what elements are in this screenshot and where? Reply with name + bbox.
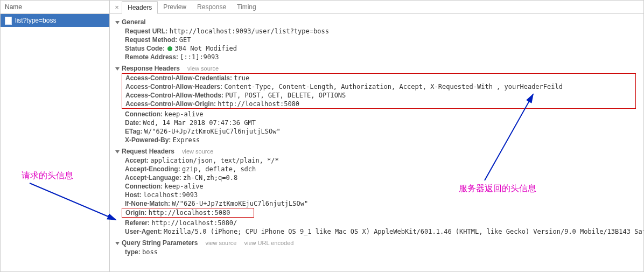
request-method-value: GET: [179, 36, 191, 44]
ac-allow-origin-value: http://localhost:5080: [218, 100, 299, 108]
triangle-down-icon: [115, 150, 120, 154]
req-origin-value: http://localhost:5080: [149, 209, 230, 217]
document-icon: [5, 17, 12, 25]
resp-connection-value: keep-alive: [164, 110, 203, 118]
request-url-label: Request URL:: [125, 27, 167, 35]
annotation-request-headers: 请求的头信息: [22, 170, 73, 182]
view-url-encoded-link[interactable]: view URL encoded: [244, 240, 293, 246]
ac-allow-credentials-label: Access-Control-Allow-Credentials:: [125, 74, 232, 82]
requests-list-pane: Name list?type=boss: [1, 1, 110, 271]
details-pane: × Headers Preview Response Timing Genera…: [110, 1, 643, 271]
req-host-label: Host:: [125, 191, 142, 199]
req-useragent-value: Mozilla/5.0 (iPhone; CPU iPhone OS 9_1 l…: [164, 228, 643, 235]
request-headers-title: Request Headers: [122, 148, 174, 155]
req-referer-value: http://localhost:5080/: [151, 219, 237, 227]
req-accept-language-label: Accept-Language:: [125, 174, 181, 182]
req-accept-encoding-value: gzip, deflate, sdch: [182, 165, 256, 173]
req-ifnonematch-value: W/"626-U+Jp7ztKmoKEjuC7l6njutjLSOw": [172, 200, 308, 207]
tab-headers[interactable]: Headers: [122, 1, 158, 14]
req-ifnonematch-label: If-None-Match:: [125, 200, 170, 207]
req-origin-label: Origin:: [125, 209, 146, 217]
ac-allow-methods-value: PUT, POST, GET, DELETE, OPTIONS: [225, 92, 346, 99]
response-headers-highlight-box: Access-Control-Allow-Credentials: true A…: [122, 73, 636, 109]
query-type-label: type:: [125, 248, 141, 256]
annotation-response-headers: 服务器返回的头信息: [459, 183, 536, 194]
resp-date-label: Date:: [125, 119, 141, 127]
resp-connection-label: Connection:: [125, 110, 163, 118]
triangle-down-icon: [115, 242, 120, 245]
query-string-title: Query String Parameters: [122, 239, 198, 247]
response-headers-title: Response Headers: [122, 65, 180, 72]
req-useragent-label: User-Agent:: [125, 228, 162, 235]
resp-xpoweredby-value: Express: [173, 136, 200, 144]
req-connection-value: keep-alive: [164, 183, 203, 190]
tab-response[interactable]: Response: [192, 1, 232, 13]
req-accept-language-value: zh-CN,zh;q=0.8: [183, 174, 237, 182]
section-general: General Request URL: http://localhost:90…: [110, 16, 643, 62]
origin-highlight-box: Origin: http://localhost:5080: [122, 208, 254, 218]
requests-list-header: Name: [1, 1, 109, 14]
ac-allow-headers-value: Content-Type, Content-Length, Authorizat…: [224, 83, 563, 90]
detail-tabs: × Headers Preview Response Timing: [110, 1, 643, 14]
triangle-down-icon: [115, 67, 120, 71]
request-method-label: Request Method:: [125, 36, 177, 44]
req-host-value: localhost:9093: [143, 191, 198, 199]
headers-content: General Request URL: http://localhost:90…: [110, 14, 643, 271]
section-query-string: Query String Parameters view source view…: [110, 237, 643, 257]
ac-allow-origin-label: Access-Control-Allow-Origin:: [125, 100, 216, 108]
tab-preview[interactable]: Preview: [158, 1, 192, 13]
request-item-selected[interactable]: list?type=boss: [1, 14, 109, 27]
request-headers-header[interactable]: Request Headers view source: [110, 147, 643, 156]
section-request-headers: Request Headers view source Accept: appl…: [110, 145, 643, 237]
query-type-value: boss: [142, 248, 158, 256]
close-icon[interactable]: ×: [112, 3, 122, 11]
status-code-value: 304 Not Modified: [174, 45, 237, 52]
req-accept-encoding-label: Accept-Encoding:: [125, 165, 180, 173]
ac-allow-headers-label: Access-Control-Allow-Headers:: [125, 83, 222, 90]
resp-date-value: Wed, 14 Mar 2018 07:47:36 GMT: [143, 119, 256, 127]
req-referer-label: Referer:: [125, 219, 150, 227]
remote-address-value: [::1]:9093: [180, 53, 219, 61]
request-url-value: http://localhost:9093/user/list?type=bos…: [170, 27, 329, 35]
ac-allow-credentials-value: true: [234, 74, 249, 82]
section-response-headers: Response Headers view source Access-Cont…: [110, 62, 643, 145]
ac-allow-methods-label: Access-Control-Allow-Methods:: [125, 92, 223, 99]
resp-xpoweredby-label: X-Powered-By:: [125, 136, 171, 144]
view-source-link[interactable]: view source: [182, 148, 213, 155]
status-code-label: Status Code:: [125, 45, 165, 52]
general-header[interactable]: General: [110, 17, 643, 27]
req-accept-value: application/json, text/plain, */*: [150, 157, 278, 164]
resp-etag-label: ETag:: [125, 128, 142, 135]
query-string-header[interactable]: Query String Parameters view source view…: [110, 238, 643, 248]
req-accept-label: Accept:: [125, 157, 149, 164]
general-title: General: [122, 18, 146, 26]
view-source-link[interactable]: view source: [205, 240, 236, 246]
request-item-label: list?type=boss: [15, 14, 56, 27]
resp-etag-value: W/"626-U+Jp7ztKmoKEjuC7l6njutjLSOw": [144, 128, 281, 135]
triangle-down-icon: [115, 21, 120, 24]
view-source-link[interactable]: view source: [187, 65, 219, 72]
status-dot-icon: [167, 46, 172, 51]
tab-timing[interactable]: Timing: [232, 1, 262, 13]
remote-address-label: Remote Address:: [125, 53, 178, 61]
response-headers-header[interactable]: Response Headers view source: [110, 64, 643, 73]
req-connection-label: Connection:: [125, 183, 163, 190]
